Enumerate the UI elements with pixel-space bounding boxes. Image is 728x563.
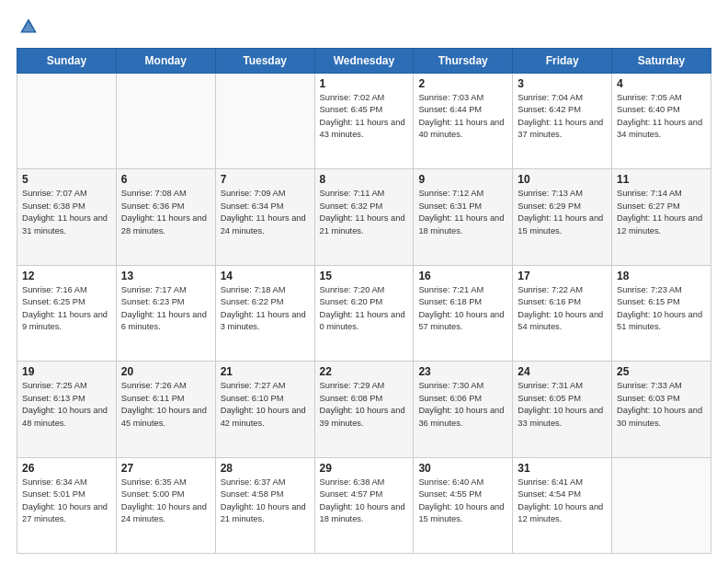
- day-header-friday: Friday: [513, 49, 612, 74]
- calendar-cell: 3Sunrise: 7:04 AM Sunset: 6:42 PM Daylig…: [513, 74, 612, 169]
- day-number: 22: [320, 365, 409, 378]
- day-info: Sunrise: 7:09 AM Sunset: 6:34 PM Dayligh…: [221, 188, 310, 237]
- day-header-saturday: Saturday: [612, 49, 711, 74]
- calendar-cell: 23Sunrise: 7:30 AM Sunset: 6:06 PM Dayli…: [414, 362, 513, 457]
- calendar-cell: 25Sunrise: 7:33 AM Sunset: 6:03 PM Dayli…: [612, 362, 711, 457]
- day-info: Sunrise: 7:17 AM Sunset: 6:23 PM Dayligh…: [121, 284, 210, 334]
- day-info: Sunrise: 7:29 AM Sunset: 6:08 PM Dayligh…: [320, 380, 409, 430]
- day-number: 29: [320, 462, 409, 475]
- calendar-cell: 6Sunrise: 7:08 AM Sunset: 6:36 PM Daylig…: [116, 169, 215, 265]
- calendar-cell: 28Sunrise: 6:37 AM Sunset: 4:58 PM Dayli…: [215, 457, 314, 553]
- calendar-cell: 22Sunrise: 7:29 AM Sunset: 6:08 PM Dayli…: [314, 362, 414, 457]
- calendar-cell: 31Sunrise: 6:41 AM Sunset: 4:54 PM Dayli…: [513, 457, 612, 553]
- day-info: Sunrise: 6:41 AM Sunset: 4:54 PM Dayligh…: [518, 477, 607, 526]
- calendar-cell: 11Sunrise: 7:14 AM Sunset: 6:27 PM Dayli…: [612, 169, 711, 265]
- calendar-cell: 30Sunrise: 6:40 AM Sunset: 4:55 PM Dayli…: [414, 457, 513, 553]
- day-number: 10: [518, 173, 607, 186]
- day-info: Sunrise: 7:08 AM Sunset: 6:36 PM Dayligh…: [121, 188, 210, 237]
- day-header-wednesday: Wednesday: [314, 49, 414, 74]
- day-number: 25: [617, 365, 706, 378]
- day-number: 1: [320, 77, 409, 90]
- day-info: Sunrise: 7:20 AM Sunset: 6:20 PM Dayligh…: [320, 284, 409, 334]
- day-header-thursday: Thursday: [414, 49, 513, 74]
- calendar-cell: [215, 74, 314, 169]
- day-info: Sunrise: 7:27 AM Sunset: 6:10 PM Dayligh…: [221, 380, 310, 430]
- calendar-cell: 24Sunrise: 7:31 AM Sunset: 6:05 PM Dayli…: [513, 362, 612, 457]
- calendar-cell: 29Sunrise: 6:38 AM Sunset: 4:57 PM Dayli…: [314, 457, 414, 553]
- calendar-cell: 16Sunrise: 7:21 AM Sunset: 6:18 PM Dayli…: [414, 265, 513, 361]
- calendar-cell: 8Sunrise: 7:11 AM Sunset: 6:32 PM Daylig…: [314, 169, 414, 265]
- day-number: 19: [22, 365, 111, 378]
- day-info: Sunrise: 7:03 AM Sunset: 6:44 PM Dayligh…: [418, 92, 507, 142]
- day-header-sunday: Sunday: [17, 49, 117, 74]
- day-number: 20: [121, 365, 210, 378]
- calendar-cell: [116, 74, 215, 169]
- calendar-cell: 10Sunrise: 7:13 AM Sunset: 6:29 PM Dayli…: [513, 169, 612, 265]
- day-number: 26: [22, 462, 111, 475]
- calendar-cell: 20Sunrise: 7:26 AM Sunset: 6:11 PM Dayli…: [116, 362, 215, 457]
- day-info: Sunrise: 6:35 AM Sunset: 5:00 PM Dayligh…: [121, 477, 210, 526]
- day-info: Sunrise: 6:37 AM Sunset: 4:58 PM Dayligh…: [221, 477, 310, 526]
- day-number: 7: [221, 173, 310, 186]
- day-info: Sunrise: 7:25 AM Sunset: 6:13 PM Dayligh…: [22, 380, 111, 430]
- calendar-week-5: 26Sunrise: 6:34 AM Sunset: 5:01 PM Dayli…: [17, 457, 711, 553]
- day-info: Sunrise: 7:23 AM Sunset: 6:15 PM Dayligh…: [617, 284, 706, 334]
- day-info: Sunrise: 7:30 AM Sunset: 6:06 PM Dayligh…: [418, 380, 507, 430]
- calendar-cell: 12Sunrise: 7:16 AM Sunset: 6:25 PM Dayli…: [17, 265, 117, 361]
- day-number: 12: [22, 270, 111, 282]
- day-header-monday: Monday: [116, 49, 215, 74]
- calendar-cell: 17Sunrise: 7:22 AM Sunset: 6:16 PM Dayli…: [513, 265, 612, 361]
- calendar-cell: 4Sunrise: 7:05 AM Sunset: 6:40 PM Daylig…: [612, 74, 711, 169]
- day-info: Sunrise: 7:04 AM Sunset: 6:42 PM Dayligh…: [518, 92, 607, 142]
- calendar-cell: 19Sunrise: 7:25 AM Sunset: 6:13 PM Dayli…: [17, 362, 117, 457]
- day-number: 11: [617, 173, 706, 186]
- calendar-cell: [17, 74, 117, 169]
- calendar-cell: 18Sunrise: 7:23 AM Sunset: 6:15 PM Dayli…: [612, 265, 711, 361]
- day-number: 24: [518, 365, 607, 378]
- calendar-cell: 7Sunrise: 7:09 AM Sunset: 6:34 PM Daylig…: [215, 169, 314, 265]
- calendar-cell: 21Sunrise: 7:27 AM Sunset: 6:10 PM Dayli…: [215, 362, 314, 457]
- day-number: 14: [221, 270, 310, 282]
- header: [17, 17, 711, 40]
- calendar-week-1: 1Sunrise: 7:02 AM Sunset: 6:45 PM Daylig…: [17, 74, 711, 169]
- day-number: 31: [518, 462, 607, 475]
- day-info: Sunrise: 7:02 AM Sunset: 6:45 PM Dayligh…: [320, 92, 409, 142]
- day-number: 23: [418, 365, 507, 378]
- calendar-cell: 15Sunrise: 7:20 AM Sunset: 6:20 PM Dayli…: [314, 265, 414, 361]
- calendar-body: 1Sunrise: 7:02 AM Sunset: 6:45 PM Daylig…: [17, 74, 711, 554]
- day-info: Sunrise: 7:13 AM Sunset: 6:29 PM Dayligh…: [518, 188, 607, 237]
- day-info: Sunrise: 7:05 AM Sunset: 6:40 PM Dayligh…: [617, 92, 706, 142]
- day-number: 30: [418, 462, 507, 475]
- logo-icon: [18, 17, 39, 37]
- day-info: Sunrise: 7:12 AM Sunset: 6:31 PM Dayligh…: [418, 188, 507, 237]
- day-number: 2: [418, 77, 507, 90]
- calendar-cell: 27Sunrise: 6:35 AM Sunset: 5:00 PM Dayli…: [116, 457, 215, 553]
- calendar-cell: 2Sunrise: 7:03 AM Sunset: 6:44 PM Daylig…: [414, 74, 513, 169]
- calendar-cell: 13Sunrise: 7:17 AM Sunset: 6:23 PM Dayli…: [116, 265, 215, 361]
- day-number: 21: [221, 365, 310, 378]
- day-info: Sunrise: 6:40 AM Sunset: 4:55 PM Dayligh…: [418, 477, 507, 526]
- calendar-table: SundayMondayTuesdayWednesdayThursdayFrid…: [17, 48, 711, 554]
- day-info: Sunrise: 7:22 AM Sunset: 6:16 PM Dayligh…: [518, 284, 607, 334]
- day-number: 4: [617, 77, 706, 90]
- day-info: Sunrise: 7:26 AM Sunset: 6:11 PM Dayligh…: [121, 380, 210, 430]
- calendar-week-3: 12Sunrise: 7:16 AM Sunset: 6:25 PM Dayli…: [17, 265, 711, 361]
- calendar-cell: [612, 457, 711, 553]
- day-number: 8: [320, 173, 409, 186]
- calendar-cell: 1Sunrise: 7:02 AM Sunset: 6:45 PM Daylig…: [314, 74, 414, 169]
- day-number: 18: [617, 270, 706, 282]
- calendar-week-2: 5Sunrise: 7:07 AM Sunset: 6:38 PM Daylig…: [17, 169, 711, 265]
- calendar-cell: 5Sunrise: 7:07 AM Sunset: 6:38 PM Daylig…: [17, 169, 117, 265]
- day-info: Sunrise: 7:16 AM Sunset: 6:25 PM Dayligh…: [22, 284, 111, 334]
- day-info: Sunrise: 7:33 AM Sunset: 6:03 PM Dayligh…: [617, 380, 706, 430]
- day-info: Sunrise: 6:34 AM Sunset: 5:01 PM Dayligh…: [22, 477, 111, 526]
- day-number: 16: [418, 270, 507, 282]
- day-number: 15: [320, 270, 409, 282]
- day-number: 27: [121, 462, 210, 475]
- calendar-cell: 14Sunrise: 7:18 AM Sunset: 6:22 PM Dayli…: [215, 265, 314, 361]
- day-info: Sunrise: 7:11 AM Sunset: 6:32 PM Dayligh…: [320, 188, 409, 237]
- day-of-week-header: SundayMondayTuesdayWednesdayThursdayFrid…: [17, 49, 711, 74]
- day-info: Sunrise: 7:21 AM Sunset: 6:18 PM Dayligh…: [418, 284, 507, 334]
- page: SundayMondayTuesdayWednesdayThursdayFrid…: [0, 0, 728, 563]
- day-info: Sunrise: 7:14 AM Sunset: 6:27 PM Dayligh…: [617, 188, 706, 237]
